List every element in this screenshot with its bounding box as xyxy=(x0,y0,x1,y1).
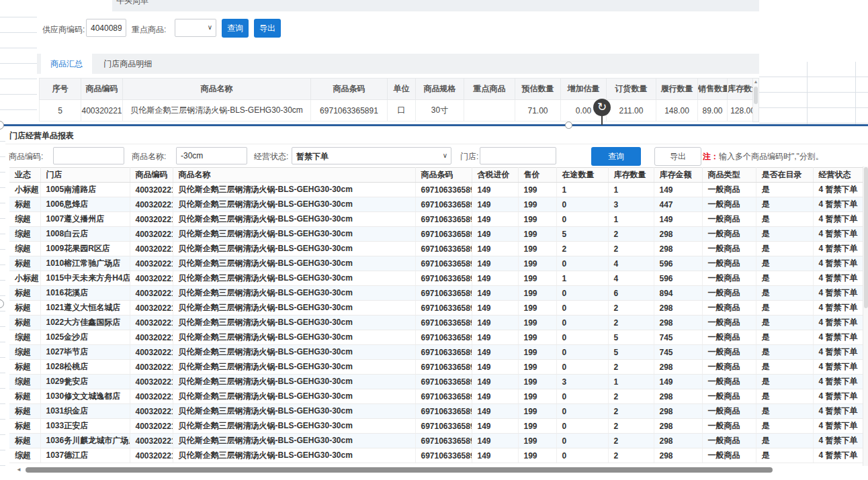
table-row[interactable]: 标超1021遵义大恒名城店400320221贝伦斯企鹅三层钢清汤火锅-BLS-G… xyxy=(9,301,868,316)
splitter-handle-dot[interactable] xyxy=(565,122,572,129)
table-cell: 2 xyxy=(608,404,654,419)
table-row[interactable]: 5400320221贝伦斯企鹅三层钢清汤火锅-BLS-GEHG30-30cm69… xyxy=(40,100,758,122)
column-header[interactable]: 经营状态 xyxy=(813,168,868,183)
table-cell: 一般商品 xyxy=(702,404,756,419)
refresh-button[interactable]: ↻ xyxy=(593,99,611,116)
column-header[interactable]: 门店 xyxy=(40,168,130,183)
supplier-code-input[interactable] xyxy=(86,19,126,37)
bottom-query-button[interactable]: 查询 xyxy=(591,147,641,166)
column-header[interactable]: 商品类型 xyxy=(702,168,756,183)
table-cell: 447 xyxy=(654,197,702,212)
tab-product-summary[interactable]: 商品汇总 xyxy=(41,54,92,74)
table-row[interactable]: 小标超1005南浦路店400320221贝伦斯企鹅三层钢清汤火锅-BLS-GEH… xyxy=(9,183,868,197)
table-cell: 1010榕江常驰广场店 xyxy=(40,256,130,271)
window-title-strip: 牛买周单 xyxy=(112,0,759,11)
table-cell: 标超 xyxy=(9,286,40,301)
store-input[interactable] xyxy=(480,147,556,164)
column-header[interactable]: 重点商品 xyxy=(464,79,515,100)
vertical-scrollbar[interactable] xyxy=(863,166,868,466)
table-cell: 是 xyxy=(756,434,813,448)
column-header[interactable]: 商品条码 xyxy=(311,79,388,100)
scrollbar-thumb[interactable] xyxy=(754,87,758,104)
column-header[interactable]: 含税进价 xyxy=(472,168,518,183)
table-cell: 是 xyxy=(756,197,813,212)
column-header[interactable]: 商品编码 xyxy=(81,79,123,100)
table-row[interactable]: 综超1007遵义播州店400320221贝伦斯企鹅三层钢清汤火锅-BLS-GEH… xyxy=(9,212,868,227)
table-cell: 1028松桃店 xyxy=(40,360,130,375)
table-row[interactable]: 标超1010榕江常驰广场店400320221贝伦斯企鹅三层钢清汤火锅-BLS-G… xyxy=(9,256,868,271)
table-cell: 1037德江店 xyxy=(40,448,130,463)
splitter-handle-dot[interactable] xyxy=(0,121,4,130)
scroll-left-icon[interactable]: ◄ xyxy=(16,467,21,473)
scrollbar-thumb[interactable] xyxy=(26,467,773,473)
column-header[interactable]: 销售数量 xyxy=(698,79,728,100)
product-name-input[interactable] xyxy=(176,147,247,164)
table-cell: 149 xyxy=(654,183,702,197)
table-row[interactable]: 标超1006息烽店400320221贝伦斯企鹅三层钢清汤火锅-BLS-GEHG3… xyxy=(9,197,868,212)
table-cell: 149 xyxy=(472,448,518,463)
column-header[interactable]: 库存金额 xyxy=(654,168,702,183)
column-header[interactable]: 单位 xyxy=(388,79,416,100)
refresh-button-stem xyxy=(601,115,603,125)
column-header[interactable]: 售价 xyxy=(518,168,556,183)
column-header[interactable]: 商品名称 xyxy=(173,168,415,183)
table-cell: 2 xyxy=(608,434,654,448)
column-header[interactable]: 商品条码 xyxy=(415,168,472,183)
column-header[interactable]: 库存数量 xyxy=(608,168,654,183)
column-header[interactable]: 预估数量 xyxy=(515,79,561,100)
scroll-up-icon[interactable]: ▲ xyxy=(753,79,758,85)
table-cell: 199 xyxy=(518,286,556,301)
column-header[interactable]: 在途数量 xyxy=(556,168,608,183)
table-row[interactable]: 综超1025金沙店400320221贝伦斯企鹅三层钢清汤火锅-BLS-GEHG3… xyxy=(9,330,868,345)
table-cell: 一般商品 xyxy=(702,301,756,316)
key-product-select[interactable]: ∨ xyxy=(175,19,216,37)
tab-store-detail[interactable]: 门店商品明细 xyxy=(94,54,161,74)
status-select[interactable]: 暂禁下单 ∨ xyxy=(292,147,451,164)
column-header[interactable]: 是否在目录 xyxy=(756,168,813,183)
table-cell: 149 xyxy=(472,183,518,197)
table-cell: 4 xyxy=(608,271,654,286)
scrollbar-thumb[interactable] xyxy=(864,167,868,308)
panel-splitter[interactable] xyxy=(0,124,868,126)
table-row[interactable]: 标超1028松桃店400320221贝伦斯企鹅三层钢清汤火锅-BLS-GEHG3… xyxy=(9,360,868,375)
table-cell: 199 xyxy=(518,330,556,345)
table-row[interactable]: 综超1008白云店400320221贝伦斯企鹅三层钢清汤火锅-BLS-GEHG3… xyxy=(9,227,868,242)
table-row[interactable]: 标超1033正安店400320221贝伦斯企鹅三层钢清汤火锅-BLS-GEHG3… xyxy=(9,419,868,434)
column-header[interactable]: 履行数量 xyxy=(656,79,698,100)
table-cell: 综超 xyxy=(9,227,40,242)
column-header[interactable]: 商品名称 xyxy=(123,79,311,100)
table-row[interactable]: 标超1031织金店400320221贝伦斯企鹅三层钢清汤火锅-BLS-GEHG3… xyxy=(9,404,868,419)
table-cell: 是 xyxy=(756,227,813,242)
column-header[interactable]: 业态 xyxy=(9,168,40,183)
table-cell: 综超 xyxy=(9,242,40,256)
column-header[interactable]: 订货数量 xyxy=(607,79,656,100)
table-row[interactable]: 综超1027毕节店400320221贝伦斯企鹅三层钢清汤火锅-BLS-GEHG3… xyxy=(9,345,868,360)
table-cell: 1033正安店 xyxy=(40,419,130,434)
column-header[interactable]: 增加估量 xyxy=(561,79,607,100)
splitter-handle-dot[interactable] xyxy=(0,299,4,308)
table-cell: 149 xyxy=(472,242,518,256)
table-row[interactable]: 标超1016花溪店400320221贝伦斯企鹅三层钢清汤火锅-BLS-GEHG3… xyxy=(9,286,868,301)
bottom-export-button[interactable]: 导出 xyxy=(654,147,701,166)
table-row[interactable]: 综超1037德江店400320221贝伦斯企鹅三层钢清汤火锅-BLS-GEHG3… xyxy=(9,448,868,463)
table-row[interactable]: 小标超1015中天未来方舟H4店400320221贝伦斯企鹅三层钢清汤火锅-BL… xyxy=(9,271,868,286)
table-cell: 一般商品 xyxy=(702,434,756,448)
top-export-button[interactable]: 导出 xyxy=(254,19,281,38)
product-code-input[interactable] xyxy=(53,147,124,164)
table-row[interactable]: 标超1030修文文城逸都店400320221贝伦斯企鹅三层钢清汤火锅-BLS-G… xyxy=(9,389,868,404)
table-cell: 4 暂禁下单 xyxy=(813,389,868,404)
column-header[interactable]: 序号 xyxy=(40,79,81,100)
horizontal-scrollbar[interactable]: ◄ xyxy=(9,467,789,473)
table-row[interactable]: 标超1036务川麒龙城市广场店400320221贝伦斯企鹅三层钢清汤火锅-BLS… xyxy=(9,434,868,448)
table-row[interactable]: 综超1029瓮安店400320221贝伦斯企鹅三层钢清汤火锅-BLS-GEHG3… xyxy=(9,375,868,389)
table-row[interactable]: 综超1009花果园R区店400320221贝伦斯企鹅三层钢清汤火锅-BLS-GE… xyxy=(9,242,868,256)
table-cell: 综超 xyxy=(9,212,40,227)
table-cell: 0 xyxy=(556,301,608,316)
top-query-button[interactable]: 查询 xyxy=(222,19,249,38)
column-header[interactable]: 商品规格 xyxy=(416,79,464,100)
table-scrollbar[interactable]: ▲ xyxy=(752,78,759,122)
table-cell: 149 xyxy=(472,389,518,404)
column-header[interactable]: 商品编码 xyxy=(130,168,173,183)
table-cell: 149 xyxy=(472,330,518,345)
table-row[interactable]: 标超1022大方佳鑫国际店400320221贝伦斯企鹅三层钢清汤火锅-BLS-G… xyxy=(9,316,868,330)
